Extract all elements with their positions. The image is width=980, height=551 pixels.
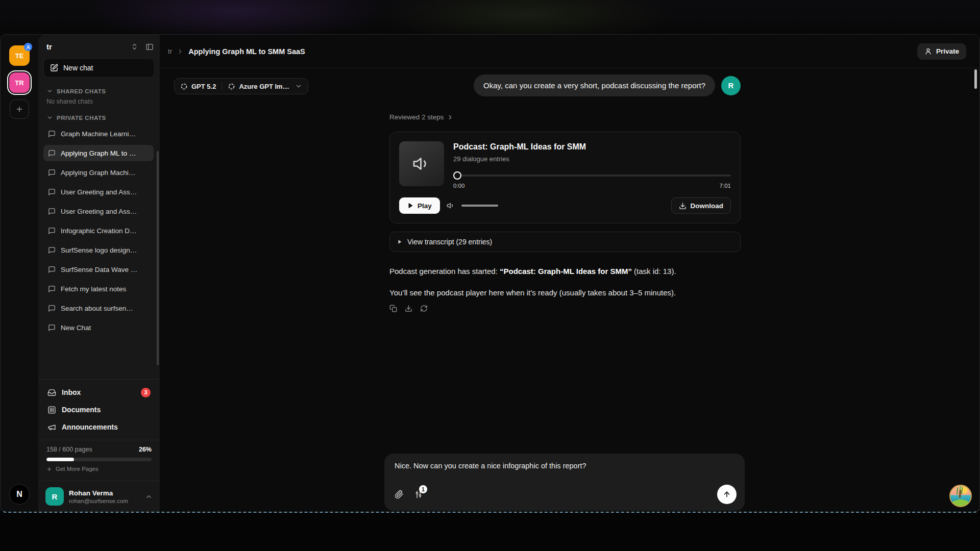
reviewed-steps-toggle[interactable]: Reviewed 2 steps	[389, 113, 741, 121]
main-header: tr Applying Graph ML to SMM SaaS Private	[160, 35, 979, 68]
person-icon	[924, 47, 932, 55]
chat-item[interactable]: Infographic Creation D…	[43, 222, 154, 239]
sources-count-badge: 1	[419, 485, 427, 493]
chat-item[interactable]: Search about surfsen…	[43, 300, 154, 316]
chevron-down-icon[interactable]	[295, 83, 302, 90]
chevron-right-icon	[177, 48, 184, 55]
chat-list: Graph Machine Learni… Applying Graph ML …	[38, 123, 160, 336]
pages-progress	[46, 458, 152, 461]
play-button[interactable]: Play	[399, 197, 440, 214]
private-chats-section[interactable]: PRIVATE CHATS	[38, 110, 160, 123]
download-icon[interactable]	[405, 305, 412, 312]
sidebar-scrollbar[interactable]	[157, 151, 159, 365]
pages-count: 158 / 600 pages	[46, 446, 92, 453]
message-icon	[48, 266, 56, 273]
plus-icon	[15, 105, 23, 113]
workspace-avatar-te[interactable]: TE	[9, 45, 30, 66]
status-message-bold: “Podcast: Graph-ML Ideas for SMM”	[500, 267, 632, 276]
sidebar-collapse-icon[interactable]	[145, 43, 154, 51]
island-extension-icon[interactable]	[949, 485, 972, 507]
model-option-2[interactable]: Azure GPT Im…	[228, 83, 289, 90]
inbox-badge: 3	[141, 388, 151, 397]
message-icon	[48, 130, 56, 138]
eta-message: You’ll see the podcast player here when …	[389, 287, 741, 298]
pages-percent: 26%	[139, 446, 152, 453]
transcript-toggle[interactable]: View transcript (29 entries)	[389, 232, 741, 252]
get-more-pages-button[interactable]: Get More Pages	[46, 466, 152, 472]
model-1-label: GPT 5.2	[191, 83, 216, 90]
paperclip-icon	[395, 490, 404, 499]
message-actions	[389, 305, 741, 312]
composer-input[interactable]: Nice. Now can you create a nice infograp…	[395, 462, 734, 470]
reviewed-steps-label: Reviewed 2 steps	[389, 113, 444, 121]
arrow-up-icon	[723, 490, 731, 498]
openai-icon	[180, 83, 188, 90]
breadcrumb-page-title: Applying Graph ML to SMM SaaS	[188, 47, 305, 56]
workspace-avatar-tr[interactable]: TR	[9, 72, 30, 93]
seek-handle[interactable]	[453, 171, 461, 180]
message-icon	[48, 246, 56, 254]
user-name: Rohan Verma	[69, 489, 128, 497]
model-option-1[interactable]: GPT 5.2	[180, 83, 216, 90]
inbox-icon	[47, 388, 56, 397]
send-button[interactable]	[717, 485, 737, 504]
regenerate-icon[interactable]	[420, 305, 428, 312]
member-badge-icon	[24, 43, 32, 51]
status-message-suffix: (task id: 13).	[632, 267, 676, 276]
shared-chats-section[interactable]: SHARED CHATS	[38, 84, 160, 97]
composer[interactable]: Nice. Now can you create a nice infograp…	[384, 454, 745, 511]
download-icon	[679, 202, 687, 210]
sidebar-item-documents[interactable]: Documents	[43, 401, 155, 418]
new-chat-button[interactable]: New chat	[43, 58, 155, 78]
message-icon	[48, 149, 56, 157]
total-time: 7:01	[720, 183, 731, 189]
avatar: R	[721, 76, 741, 95]
user-message-bubble: Okay, can you create a very short, podca…	[474, 74, 715, 96]
chat-item-label: User Greeting and Ass…	[61, 188, 137, 196]
message-icon	[48, 188, 56, 196]
speaker-icon	[412, 155, 431, 173]
chat-item-active[interactable]: Applying Graph ML to …	[43, 145, 154, 161]
chat-item[interactable]: New Chat	[43, 319, 154, 336]
model-2-label: Azure GPT Im…	[239, 83, 289, 90]
chat-item-label: Applying Graph Machi…	[61, 169, 135, 177]
chat-item-label: SurfSense logo design…	[61, 246, 137, 254]
add-workspace-button[interactable]	[10, 99, 29, 119]
app-logo[interactable]: N	[9, 484, 30, 505]
status-message: Podcast generation has started: “Podcast…	[389, 266, 741, 277]
chat-item-label: SurfSense Data Wave …	[61, 266, 137, 273]
page-scrollbar[interactable]	[974, 69, 977, 89]
chat-item[interactable]: Graph Machine Learni…	[43, 126, 154, 142]
new-chat-label: New chat	[63, 64, 93, 72]
pages-progress-fill	[46, 458, 74, 461]
chat-item[interactable]: User Greeting and Ass…	[43, 203, 154, 219]
chat-item[interactable]: SurfSense Data Wave …	[43, 261, 154, 278]
volume-slider[interactable]	[461, 205, 498, 207]
attach-button[interactable]	[395, 490, 404, 499]
private-button[interactable]: Private	[917, 43, 966, 60]
workspace-switcher[interactable]: tr	[38, 35, 160, 55]
seek-slider[interactable]	[453, 171, 731, 180]
podcast-artwork	[399, 141, 444, 186]
chat-item[interactable]: User Greeting and Ass…	[43, 184, 154, 200]
message-icon	[48, 208, 56, 215]
chat-item[interactable]: Fetch my latest notes	[43, 281, 154, 297]
model-selector[interactable]: GPT 5.2 Azure GPT Im…	[174, 78, 308, 94]
edit-icon	[50, 64, 58, 72]
user-profile[interactable]: R Rohan Verma rohan@surfsense.com	[38, 481, 160, 512]
copy-icon[interactable]	[389, 305, 397, 312]
inbox-label: Inbox	[62, 388, 81, 396]
breadcrumb-workspace[interactable]: tr	[168, 47, 172, 55]
plus-icon	[46, 466, 52, 472]
sidebar-item-inbox[interactable]: Inbox 3	[43, 384, 155, 401]
download-button[interactable]: Download	[671, 197, 731, 214]
sources-button[interactable]: 1	[414, 490, 423, 499]
volume-icon[interactable]	[447, 202, 455, 210]
private-label: Private	[936, 47, 959, 55]
podcast-title: Podcast: Graph-ML Ideas for SMM	[453, 142, 731, 152]
chat-item[interactable]: SurfSense logo design…	[43, 242, 154, 258]
workspace-select-icon[interactable]	[131, 43, 138, 51]
chat-item-label: Fetch my latest notes	[61, 285, 126, 293]
sidebar-item-announcements[interactable]: Announcements	[43, 418, 155, 436]
chat-item[interactable]: Applying Graph Machi…	[43, 164, 154, 181]
